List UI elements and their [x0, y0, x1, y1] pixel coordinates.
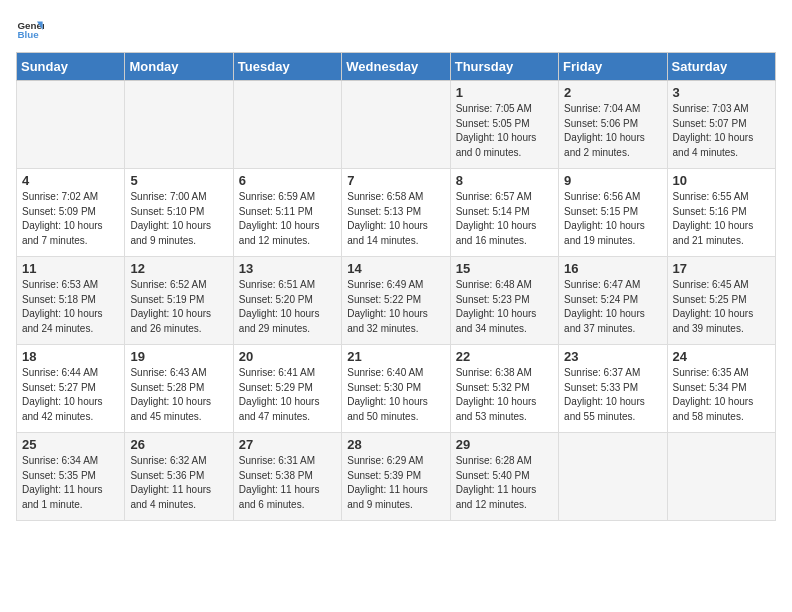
week-row-3: 11Sunrise: 6:53 AM Sunset: 5:18 PM Dayli…	[17, 257, 776, 345]
logo: General Blue	[16, 16, 48, 44]
cell-content: Sunrise: 6:34 AM Sunset: 5:35 PM Dayligh…	[22, 454, 119, 512]
day-header-friday: Friday	[559, 53, 667, 81]
logo-icon: General Blue	[16, 16, 44, 44]
calendar-cell: 10Sunrise: 6:55 AM Sunset: 5:16 PM Dayli…	[667, 169, 775, 257]
calendar-cell	[233, 81, 341, 169]
calendar-cell: 19Sunrise: 6:43 AM Sunset: 5:28 PM Dayli…	[125, 345, 233, 433]
calendar-cell: 20Sunrise: 6:41 AM Sunset: 5:29 PM Dayli…	[233, 345, 341, 433]
day-header-monday: Monday	[125, 53, 233, 81]
calendar-cell: 17Sunrise: 6:45 AM Sunset: 5:25 PM Dayli…	[667, 257, 775, 345]
calendar-cell: 3Sunrise: 7:03 AM Sunset: 5:07 PM Daylig…	[667, 81, 775, 169]
calendar-cell: 11Sunrise: 6:53 AM Sunset: 5:18 PM Dayli…	[17, 257, 125, 345]
calendar-cell: 23Sunrise: 6:37 AM Sunset: 5:33 PM Dayli…	[559, 345, 667, 433]
cell-content: Sunrise: 6:37 AM Sunset: 5:33 PM Dayligh…	[564, 366, 661, 424]
svg-text:Blue: Blue	[17, 29, 39, 40]
cell-content: Sunrise: 6:28 AM Sunset: 5:40 PM Dayligh…	[456, 454, 553, 512]
calendar-cell: 26Sunrise: 6:32 AM Sunset: 5:36 PM Dayli…	[125, 433, 233, 521]
calendar-cell: 4Sunrise: 7:02 AM Sunset: 5:09 PM Daylig…	[17, 169, 125, 257]
cell-content: Sunrise: 6:59 AM Sunset: 5:11 PM Dayligh…	[239, 190, 336, 248]
calendar-cell: 29Sunrise: 6:28 AM Sunset: 5:40 PM Dayli…	[450, 433, 558, 521]
day-number: 4	[22, 173, 119, 188]
cell-content: Sunrise: 6:55 AM Sunset: 5:16 PM Dayligh…	[673, 190, 770, 248]
calendar-cell: 2Sunrise: 7:04 AM Sunset: 5:06 PM Daylig…	[559, 81, 667, 169]
day-number: 15	[456, 261, 553, 276]
day-number: 1	[456, 85, 553, 100]
week-row-5: 25Sunrise: 6:34 AM Sunset: 5:35 PM Dayli…	[17, 433, 776, 521]
calendar-cell: 7Sunrise: 6:58 AM Sunset: 5:13 PM Daylig…	[342, 169, 450, 257]
calendar-cell: 8Sunrise: 6:57 AM Sunset: 5:14 PM Daylig…	[450, 169, 558, 257]
day-number: 28	[347, 437, 444, 452]
day-number: 10	[673, 173, 770, 188]
calendar-cell: 13Sunrise: 6:51 AM Sunset: 5:20 PM Dayli…	[233, 257, 341, 345]
cell-content: Sunrise: 6:56 AM Sunset: 5:15 PM Dayligh…	[564, 190, 661, 248]
day-number: 24	[673, 349, 770, 364]
calendar-cell: 14Sunrise: 6:49 AM Sunset: 5:22 PM Dayli…	[342, 257, 450, 345]
day-header-wednesday: Wednesday	[342, 53, 450, 81]
day-header-tuesday: Tuesday	[233, 53, 341, 81]
day-number: 27	[239, 437, 336, 452]
cell-content: Sunrise: 6:41 AM Sunset: 5:29 PM Dayligh…	[239, 366, 336, 424]
calendar-cell: 21Sunrise: 6:40 AM Sunset: 5:30 PM Dayli…	[342, 345, 450, 433]
calendar-cell	[125, 81, 233, 169]
day-number: 7	[347, 173, 444, 188]
day-number: 19	[130, 349, 227, 364]
week-row-2: 4Sunrise: 7:02 AM Sunset: 5:09 PM Daylig…	[17, 169, 776, 257]
cell-content: Sunrise: 6:38 AM Sunset: 5:32 PM Dayligh…	[456, 366, 553, 424]
day-number: 14	[347, 261, 444, 276]
calendar-cell: 18Sunrise: 6:44 AM Sunset: 5:27 PM Dayli…	[17, 345, 125, 433]
cell-content: Sunrise: 6:29 AM Sunset: 5:39 PM Dayligh…	[347, 454, 444, 512]
day-number: 16	[564, 261, 661, 276]
day-number: 2	[564, 85, 661, 100]
cell-content: Sunrise: 6:43 AM Sunset: 5:28 PM Dayligh…	[130, 366, 227, 424]
calendar-cell: 9Sunrise: 6:56 AM Sunset: 5:15 PM Daylig…	[559, 169, 667, 257]
day-number: 6	[239, 173, 336, 188]
cell-content: Sunrise: 6:40 AM Sunset: 5:30 PM Dayligh…	[347, 366, 444, 424]
day-number: 23	[564, 349, 661, 364]
day-number: 11	[22, 261, 119, 276]
day-header-saturday: Saturday	[667, 53, 775, 81]
day-number: 12	[130, 261, 227, 276]
calendar-cell: 1Sunrise: 7:05 AM Sunset: 5:05 PM Daylig…	[450, 81, 558, 169]
calendar-cell: 27Sunrise: 6:31 AM Sunset: 5:38 PM Dayli…	[233, 433, 341, 521]
cell-content: Sunrise: 7:04 AM Sunset: 5:06 PM Dayligh…	[564, 102, 661, 160]
calendar-cell: 12Sunrise: 6:52 AM Sunset: 5:19 PM Dayli…	[125, 257, 233, 345]
day-number: 21	[347, 349, 444, 364]
cell-content: Sunrise: 6:51 AM Sunset: 5:20 PM Dayligh…	[239, 278, 336, 336]
day-number: 9	[564, 173, 661, 188]
calendar-cell: 25Sunrise: 6:34 AM Sunset: 5:35 PM Dayli…	[17, 433, 125, 521]
day-number: 3	[673, 85, 770, 100]
day-number: 5	[130, 173, 227, 188]
calendar-table: SundayMondayTuesdayWednesdayThursdayFrid…	[16, 52, 776, 521]
cell-content: Sunrise: 7:00 AM Sunset: 5:10 PM Dayligh…	[130, 190, 227, 248]
cell-content: Sunrise: 6:58 AM Sunset: 5:13 PM Dayligh…	[347, 190, 444, 248]
cell-content: Sunrise: 7:03 AM Sunset: 5:07 PM Dayligh…	[673, 102, 770, 160]
day-number: 13	[239, 261, 336, 276]
cell-content: Sunrise: 6:53 AM Sunset: 5:18 PM Dayligh…	[22, 278, 119, 336]
cell-content: Sunrise: 6:48 AM Sunset: 5:23 PM Dayligh…	[456, 278, 553, 336]
cell-content: Sunrise: 6:35 AM Sunset: 5:34 PM Dayligh…	[673, 366, 770, 424]
calendar-cell: 28Sunrise: 6:29 AM Sunset: 5:39 PM Dayli…	[342, 433, 450, 521]
cell-content: Sunrise: 7:02 AM Sunset: 5:09 PM Dayligh…	[22, 190, 119, 248]
day-number: 17	[673, 261, 770, 276]
day-number: 8	[456, 173, 553, 188]
cell-content: Sunrise: 6:44 AM Sunset: 5:27 PM Dayligh…	[22, 366, 119, 424]
calendar-cell	[17, 81, 125, 169]
day-number: 26	[130, 437, 227, 452]
day-number: 22	[456, 349, 553, 364]
day-number: 18	[22, 349, 119, 364]
cell-content: Sunrise: 6:57 AM Sunset: 5:14 PM Dayligh…	[456, 190, 553, 248]
calendar-cell	[342, 81, 450, 169]
calendar-cell	[667, 433, 775, 521]
days-header-row: SundayMondayTuesdayWednesdayThursdayFrid…	[17, 53, 776, 81]
cell-content: Sunrise: 6:49 AM Sunset: 5:22 PM Dayligh…	[347, 278, 444, 336]
cell-content: Sunrise: 6:47 AM Sunset: 5:24 PM Dayligh…	[564, 278, 661, 336]
calendar-cell: 16Sunrise: 6:47 AM Sunset: 5:24 PM Dayli…	[559, 257, 667, 345]
cell-content: Sunrise: 7:05 AM Sunset: 5:05 PM Dayligh…	[456, 102, 553, 160]
week-row-1: 1Sunrise: 7:05 AM Sunset: 5:05 PM Daylig…	[17, 81, 776, 169]
calendar-cell: 5Sunrise: 7:00 AM Sunset: 5:10 PM Daylig…	[125, 169, 233, 257]
header: General Blue	[16, 16, 776, 44]
cell-content: Sunrise: 6:52 AM Sunset: 5:19 PM Dayligh…	[130, 278, 227, 336]
cell-content: Sunrise: 6:32 AM Sunset: 5:36 PM Dayligh…	[130, 454, 227, 512]
calendar-cell: 15Sunrise: 6:48 AM Sunset: 5:23 PM Dayli…	[450, 257, 558, 345]
week-row-4: 18Sunrise: 6:44 AM Sunset: 5:27 PM Dayli…	[17, 345, 776, 433]
